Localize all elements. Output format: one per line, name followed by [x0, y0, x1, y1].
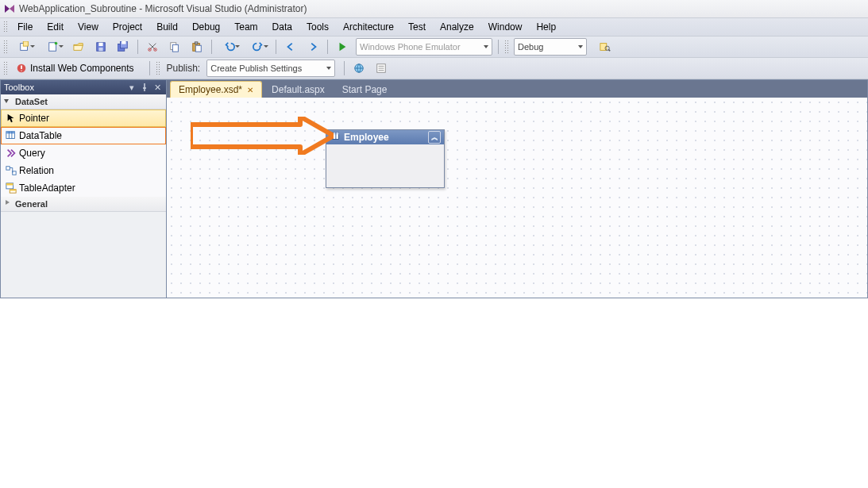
- relation-icon: [5, 164, 17, 177]
- toolbox-category-general[interactable]: General: [1, 197, 166, 212]
- toolbox-header[interactable]: Toolbox ▾ ✕: [1, 80, 166, 94]
- publish-button[interactable]: [349, 59, 368, 78]
- datatable-employee[interactable]: Employee ︽: [326, 129, 445, 188]
- new-project-button[interactable]: [12, 37, 37, 56]
- main-area: Toolbox ▾ ✕ DataSet Pointer DataTable: [0, 79, 868, 298]
- tab-default-aspx[interactable]: Default.aspx: [264, 82, 333, 98]
- svg-rect-6: [98, 43, 102, 46]
- menu-data[interactable]: Data: [266, 20, 299, 34]
- menu-test[interactable]: Test: [402, 20, 432, 34]
- toolbox-category-dataset[interactable]: DataSet: [1, 94, 166, 110]
- category-label: General: [15, 199, 48, 209]
- sep: [149, 61, 150, 75]
- redo-button[interactable]: [245, 37, 271, 56]
- debug-target-value: Windows Phone Emulator: [360, 42, 461, 52]
- cut-button[interactable]: [143, 37, 162, 56]
- collapse-icon[interactable]: ︽: [428, 131, 441, 144]
- tab-start-page[interactable]: Start Page: [334, 82, 395, 98]
- svg-rect-17: [195, 45, 201, 52]
- sep: [137, 40, 138, 54]
- paste-button[interactable]: [187, 37, 206, 56]
- svg-line-20: [608, 50, 610, 52]
- svg-rect-31: [6, 183, 14, 186]
- install-web-components-button[interactable]: Install Web Components: [12, 59, 138, 78]
- toolbox-item-label: DataTable: [19, 130, 62, 141]
- expand-icon: [4, 200, 12, 208]
- sep: [498, 40, 499, 54]
- toolbox-title: Toolbox: [4, 83, 34, 92]
- svg-rect-7: [98, 48, 102, 51]
- menu-edit[interactable]: Edit: [41, 20, 70, 34]
- tab-employee-xsd[interactable]: Employee.xsd* ✕: [170, 81, 262, 98]
- nav-back-button[interactable]: [281, 37, 300, 56]
- close-tab-icon[interactable]: ✕: [247, 86, 253, 94]
- menu-file[interactable]: File: [11, 20, 39, 34]
- toolbar1-grip2[interactable]: [504, 40, 509, 54]
- toolbox-item-pointer[interactable]: Pointer: [1, 110, 166, 127]
- toolbox-item-label: Query: [19, 148, 45, 159]
- menu-help[interactable]: Help: [530, 20, 562, 34]
- category-label: DataSet: [15, 97, 48, 106]
- save-button[interactable]: [91, 37, 110, 56]
- vs-logo-icon: [3, 2, 16, 15]
- publish-profile-combo[interactable]: Create Publish Settings: [206, 60, 335, 77]
- copy-button[interactable]: [165, 37, 184, 56]
- find-in-files-button[interactable]: [596, 37, 615, 56]
- pointer-icon: [5, 112, 17, 125]
- publish-settings-button[interactable]: [372, 59, 391, 78]
- app-frame: WebApplication_Subroutine - Microsoft Vi…: [0, 0, 868, 298]
- toolbox-item-tableadapter[interactable]: TableAdapter: [1, 179, 166, 197]
- open-button[interactable]: [69, 37, 88, 56]
- save-all-button[interactable]: [114, 37, 133, 56]
- datatable-name: Employee: [344, 132, 389, 143]
- toolbar2-grip2[interactable]: [156, 61, 160, 75]
- menu-project[interactable]: Project: [106, 20, 149, 34]
- sep: [276, 40, 276, 54]
- toolbox-item-relation[interactable]: Relation: [1, 162, 166, 179]
- toolbar1-grip[interactable]: [3, 40, 8, 54]
- editor-area: Employee.xsd* ✕ Default.aspx Start Page …: [167, 79, 868, 298]
- menu-build[interactable]: Build: [150, 20, 184, 34]
- nav-fwd-button[interactable]: [303, 37, 322, 56]
- menu-tools[interactable]: Tools: [300, 20, 335, 34]
- pin-icon[interactable]: [139, 82, 150, 93]
- add-item-button[interactable]: [41, 37, 66, 56]
- close-icon[interactable]: ✕: [152, 82, 163, 93]
- debug-target-combo[interactable]: Windows Phone Emulator: [356, 38, 492, 56]
- dataset-designer-canvas[interactable]: Employee ︽: [167, 98, 867, 298]
- solution-config-value: Debug: [518, 42, 543, 52]
- svg-rect-1: [23, 41, 28, 46]
- tableadapter-icon: [5, 182, 17, 194]
- svg-rect-10: [122, 41, 125, 44]
- solution-config-combo[interactable]: Debug: [514, 38, 587, 56]
- publish-profile-value: Create Publish Settings: [210, 63, 302, 73]
- menubar-grip[interactable]: [3, 21, 8, 33]
- datatable-body[interactable]: [326, 144, 444, 187]
- panel-dropdown-icon[interactable]: ▾: [126, 82, 137, 93]
- undo-button[interactable]: [217, 37, 242, 56]
- toolbar-standard: Windows Phone Emulator Debug: [0, 37, 868, 58]
- start-debug-button[interactable]: [333, 37, 352, 56]
- toolbox-item-label: Relation: [19, 165, 54, 176]
- publish-label: Publish:: [167, 63, 201, 74]
- datatable-header[interactable]: Employee ︽: [326, 130, 444, 144]
- toolbox-empty: [1, 212, 166, 298]
- menu-debug[interactable]: Debug: [186, 20, 226, 34]
- menu-window[interactable]: Window: [482, 20, 529, 34]
- tab-label: Default.aspx: [272, 84, 325, 95]
- toolbox-item-query[interactable]: Query: [1, 144, 166, 162]
- titlebar: WebApplication_Subroutine - Microsoft Vi…: [0, 0, 868, 18]
- menu-analyze[interactable]: Analyze: [434, 20, 480, 34]
- tab-label: Employee.xsd*: [179, 84, 242, 95]
- toolbar2-grip[interactable]: [3, 61, 8, 75]
- toolbox-panel: Toolbox ▾ ✕ DataSet Pointer DataTable: [0, 79, 167, 298]
- menu-architecture[interactable]: Architecture: [337, 20, 400, 34]
- svg-rect-14: [172, 44, 178, 52]
- tab-label: Start Page: [342, 84, 388, 95]
- toolbox-item-datatable[interactable]: DataTable: [1, 127, 166, 144]
- menu-team[interactable]: Team: [228, 20, 264, 34]
- menu-view[interactable]: View: [71, 20, 105, 34]
- toolbox-item-label: Pointer: [19, 113, 49, 124]
- svg-rect-16: [195, 42, 198, 44]
- svg-rect-28: [6, 167, 10, 170]
